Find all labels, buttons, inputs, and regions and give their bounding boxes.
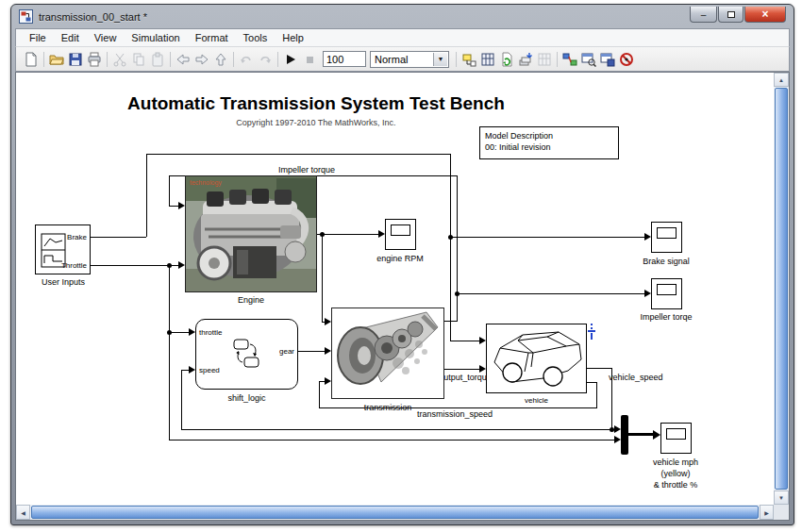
redo-icon[interactable] [256,50,275,69]
library-icon[interactable] [478,50,497,69]
transmission-block[interactable] [331,308,444,399]
undo-icon[interactable] [237,50,256,69]
horizontal-scroll-thumb[interactable] [31,506,759,519]
maximize-button[interactable] [718,7,744,23]
horizontal-scrollbar[interactable]: ◀ ▶ [16,505,774,520]
cut-icon[interactable] [110,50,129,69]
signal-label-impeller-torque[interactable]: Impeller torque [255,165,359,175]
refresh-disabled-icon[interactable] [535,50,554,69]
navigate-up-icon[interactable] [211,50,230,69]
scroll-left-icon[interactable]: ◀ [16,505,30,520]
wire-junction [320,232,325,237]
signal-wire[interactable] [169,206,178,207]
sim-mode-dropdown[interactable]: Normal ▼ [370,51,449,68]
stop-simulation-icon[interactable] [300,50,319,69]
scroll-right-icon[interactable]: ▶ [760,505,774,520]
signal-logging-icon[interactable] [587,324,596,340]
scroll-down-icon[interactable]: ▼ [774,490,789,505]
signal-wire[interactable] [181,429,614,430]
wire-arrowhead [614,436,621,443]
menu-format[interactable]: Format [188,30,236,45]
start-simulation-icon[interactable] [281,50,300,69]
signal-wire[interactable] [317,234,378,235]
signal-wire[interactable] [169,440,614,441]
mux-block[interactable] [621,415,628,455]
menu-simulation[interactable]: Simulation [124,30,187,45]
model-browser-icon[interactable] [459,50,478,69]
vehicle-mph-label-1[interactable]: vehicle mph [628,457,723,467]
zoom-input[interactable] [323,51,366,67]
signal-wire[interactable] [450,341,479,341]
mux-output-wire[interactable] [628,433,653,436]
open-icon[interactable] [47,50,66,69]
menu-help[interactable]: Help [275,30,311,45]
menu-tools[interactable]: Tools [236,30,276,45]
engine-rpm-label[interactable]: engine RPM [353,254,447,263]
vehicle-label[interactable]: vehicle [486,396,587,405]
vehicle-mph-label-2[interactable]: (yellow) [628,469,723,478]
signal-wire[interactable] [450,154,451,341]
vertical-scrollbar[interactable]: ▲ ▼ [774,73,789,505]
brake-signal-label[interactable]: Brake signal [619,257,713,266]
signal-wire[interactable] [181,370,189,371]
titlebar[interactable]: transmission_00_start * – × [15,5,790,28]
scroll-up-icon[interactable]: ▲ [774,73,789,87]
signal-wire[interactable] [587,368,611,369]
signal-wire[interactable] [457,293,644,294]
signal-label-vehicle-speed[interactable]: vehicle_speed [609,373,663,382]
model-description-line1: Model Description [485,130,613,141]
signal-wire[interactable] [146,154,451,155]
vehicle-mph-scope-block[interactable] [660,423,692,454]
signal-wire[interactable] [169,175,170,206]
model-description-annotation[interactable]: Model Description 00: Initial revision [479,126,619,159]
signal-wire[interactable] [457,175,458,321]
save-icon[interactable] [66,50,85,69]
save-workspace-icon[interactable] [598,50,617,69]
signal-wire[interactable] [322,234,323,322]
navigate-back-icon[interactable] [174,50,192,69]
engine-label[interactable]: Engine [185,295,317,305]
engine-rpm-scope-block[interactable] [385,219,416,250]
update-diagram-icon[interactable] [497,50,516,69]
vehicle-block[interactable] [486,324,587,393]
minimize-button[interactable]: – [690,7,717,23]
wire-arrowhead [644,233,651,241]
engine-block[interactable]: technology [185,175,317,292]
impeller-torque-scope-label[interactable]: Impeller torqe [619,312,713,322]
signal-wire[interactable] [319,381,320,407]
menu-edit[interactable]: Edit [54,30,87,45]
brake-signal-scope-block[interactable] [651,222,682,253]
new-icon[interactable] [22,50,41,69]
signal-wire[interactable] [91,237,146,238]
copy-icon[interactable] [129,50,148,69]
shift-logic-label[interactable]: shift_logic [195,393,298,403]
signal-wire[interactable] [169,332,189,333]
signal-wire[interactable] [181,370,182,429]
library-browser-icon[interactable] [560,50,579,69]
close-button[interactable]: × [744,7,786,23]
wire-arrowhead [189,366,195,374]
vertical-scroll-thumb[interactable] [775,88,788,490]
menu-view[interactable]: View [87,30,125,45]
signal-wire[interactable] [444,369,479,370]
debug-stop-icon[interactable] [617,50,636,69]
signal-wire[interactable] [298,351,325,352]
signal-wire[interactable] [146,154,147,237]
signal-wire[interactable] [169,265,170,440]
print-icon[interactable] [85,50,104,69]
signal-wire[interactable] [587,382,596,383]
impeller-torque-scope-block[interactable] [651,278,682,309]
vehicle-mph-label-3[interactable]: & throttle % [628,480,723,490]
paste-icon[interactable] [148,50,167,69]
model-explorer-icon[interactable] [579,50,598,69]
signal-wire[interactable] [91,265,178,266]
dropdown-arrow-icon[interactable]: ▼ [433,53,447,66]
signal-wire[interactable] [596,382,597,407]
transmission-label[interactable]: transmission [331,403,444,412]
menu-file[interactable]: File [22,30,54,45]
signal-wire[interactable] [450,237,644,238]
build-icon[interactable] [516,50,535,69]
signal-wire[interactable] [444,321,458,322]
navigate-forward-icon[interactable] [192,50,211,69]
user-inputs-label[interactable]: User Inputs [16,277,110,287]
